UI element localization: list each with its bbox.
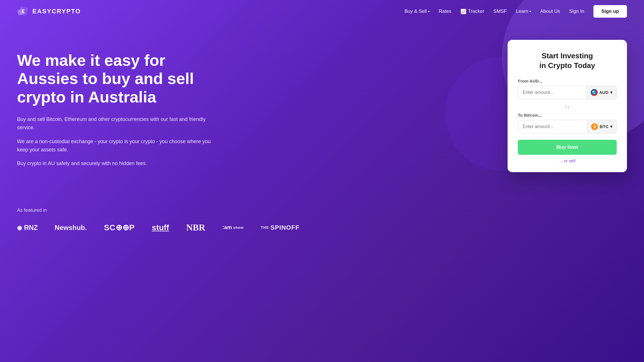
header: € EASYCRYPTO Buy & Sell ▾ Rates 📈 Tracke… <box>0 0 644 23</box>
hero-desc-2: We are a non-custodial exchange - your c… <box>17 137 216 154</box>
hero-title: We make it easy for Aussies to buy and s… <box>17 51 216 106</box>
svg-text:€: € <box>22 9 25 14</box>
from-label: From AUD... <box>518 79 617 83</box>
rnz-icon: ◉ <box>17 224 22 231</box>
to-input-row: ₿ BTC ▾ <box>518 120 617 133</box>
nav-learn[interactable]: Learn ▾ <box>516 9 531 14</box>
nav-tracker[interactable]: 📈 Tracker <box>460 9 484 15</box>
nbr-logo[interactable]: NBR <box>186 222 205 233</box>
or-sell-link[interactable]: ... or sell <box>518 158 617 163</box>
brand-name: EASYCRYPTO <box>32 8 81 15</box>
nav-smsf[interactable]: SMSF <box>493 9 507 14</box>
featured-label: As featured in <box>17 207 627 213</box>
from-amount-input[interactable] <box>518 86 587 99</box>
buy-now-button[interactable]: Buy Now <box>518 140 617 155</box>
media-logos: ◉RNZ Newshub. SC⊕⊕P stuff NBR :am show T… <box>17 222 627 233</box>
invest-card-container: Start Investingin Crypto Today From AUD.… <box>508 40 627 172</box>
to-label: To Bitcoin... <box>518 113 617 118</box>
chevron-down-icon: ▾ <box>610 90 612 95</box>
invest-card: Start Investingin Crypto Today From AUD.… <box>508 40 627 172</box>
main-nav: Buy & Sell ▾ Rates 📈 Tracker SMSF Learn … <box>404 5 627 18</box>
hero-desc-3: Buy crypto in AU safely and securely wit… <box>17 159 216 168</box>
logo-icon: € <box>17 5 30 18</box>
hero-left: We make it easy for Aussies to buy and s… <box>17 40 216 173</box>
am-show-logo[interactable]: :am show <box>222 225 244 231</box>
btc-icon: ₿ <box>591 123 598 130</box>
nav-rates[interactable]: Rates <box>439 9 451 14</box>
aud-flag-icon: 🌏 <box>591 89 598 96</box>
chevron-down-icon: ▾ <box>610 124 612 129</box>
sign-in-button[interactable]: Sign In <box>569 9 584 14</box>
from-currency-selector[interactable]: 🌏 AUD ▾ <box>587 86 617 99</box>
card-title: Start Investingin Crypto Today <box>518 51 617 71</box>
from-input-row: 🌏 AUD ▾ <box>518 86 617 99</box>
chevron-down-icon: ▾ <box>529 10 531 13</box>
newshub-logo[interactable]: Newshub. <box>55 224 87 232</box>
to-currency-selector[interactable]: ₿ BTC ▾ <box>587 120 616 133</box>
logo[interactable]: € EASYCRYPTO <box>17 5 81 18</box>
rnz-logo[interactable]: ◉RNZ <box>17 224 38 232</box>
nav-buy-sell[interactable]: Buy & Sell ▾ <box>404 9 429 14</box>
chart-icon: 📈 <box>460 9 466 15</box>
spinoff-logo[interactable]: THESPINOFF <box>261 224 300 231</box>
swap-button[interactable]: ↑↓ <box>518 101 617 113</box>
hero-section: We make it easy for Aussies to buy and s… <box>0 23 644 196</box>
stuff-logo[interactable]: stuff <box>152 223 169 232</box>
featured-section: As featured in ◉RNZ Newshub. SC⊕⊕P stuff… <box>0 196 644 250</box>
to-amount-input[interactable] <box>518 120 587 133</box>
hero-desc-1: Buy and sell Bitcoin, Ethereum and other… <box>17 115 216 132</box>
nav-about-us[interactable]: About Us <box>540 9 560 14</box>
scoop-logo[interactable]: SC⊕⊕P <box>104 223 135 232</box>
sign-up-button[interactable]: Sign up <box>593 5 627 18</box>
chevron-down-icon: ▾ <box>428 10 430 13</box>
